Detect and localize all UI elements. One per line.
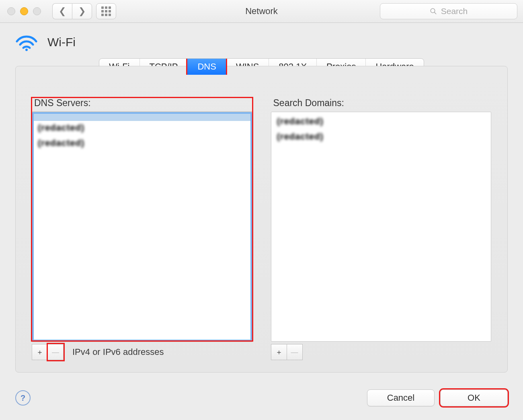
svg-point-2 [25,49,28,51]
ok-button[interactable]: OK [440,389,508,406]
cancel-button[interactable]: Cancel [367,389,435,406]
settings-panel: DNS Servers: (redacted) (redacted) ＋ — I… [15,66,508,373]
dns-footer-hint: IPv4 or IPv6 addresses [72,347,164,357]
dns-selected-row [34,114,250,121]
nav-group: ❮ ❯ [52,3,92,19]
search-placeholder: Search [441,6,468,16]
show-all-button[interactable] [96,3,116,19]
chevron-left-icon: ❮ [59,7,66,16]
back-button[interactable]: ❮ [52,3,72,19]
search-domains-label: Search Domains: [273,98,492,109]
minus-icon: — [291,348,298,356]
plus-icon: ＋ [36,347,43,357]
service-header: Wi-Fi [15,33,523,51]
zoom-window-button[interactable] [33,7,41,15]
dns-column: DNS Servers: (redacted) (redacted) ＋ — I… [32,98,252,360]
dns-servers-label: DNS Servers: [34,98,252,109]
dialog-footer: ? Cancel OK [15,386,508,410]
search-icon [430,8,437,15]
forward-button[interactable]: ❯ [72,3,92,19]
plus-icon: ＋ [275,347,283,357]
search-domains-list[interactable]: (redacted) (redacted) [271,112,492,342]
minimize-window-button[interactable] [20,7,28,15]
search-domains-add-button[interactable]: ＋ [271,344,287,360]
dns-remove-button[interactable]: — [48,344,64,360]
close-window-button[interactable] [7,7,15,15]
grid-icon [101,6,111,16]
search-field[interactable]: Search [380,3,517,19]
dns-entry-1[interactable]: (redacted) [38,123,84,133]
search-domains-column: Search Domains: (redacted) (redacted) ＋ … [271,98,492,360]
help-button[interactable]: ? [15,390,31,406]
titlebar: ❮ ❯ Network Search [0,0,523,23]
search-domain-entry-1[interactable]: (redacted) [277,116,324,127]
svg-line-1 [434,12,436,14]
minus-icon: — [52,348,59,356]
search-domains-footer: ＋ — [271,344,492,360]
window-controls [7,7,41,15]
tab-dns[interactable]: DNS [187,59,226,75]
dns-servers-list[interactable]: (redacted) (redacted) [32,112,252,342]
chevron-right-icon: ❯ [78,7,86,16]
dns-add-button[interactable]: ＋ [32,344,48,360]
dns-footer: ＋ — IPv4 or IPv6 addresses [32,344,252,360]
wifi-icon [15,33,38,51]
help-icon: ? [21,393,25,403]
service-name: Wi-Fi [47,35,76,49]
search-domains-remove-button[interactable]: — [287,344,303,360]
dns-entry-2[interactable]: (redacted) [38,138,84,148]
search-domain-entry-2[interactable]: (redacted) [277,131,324,142]
